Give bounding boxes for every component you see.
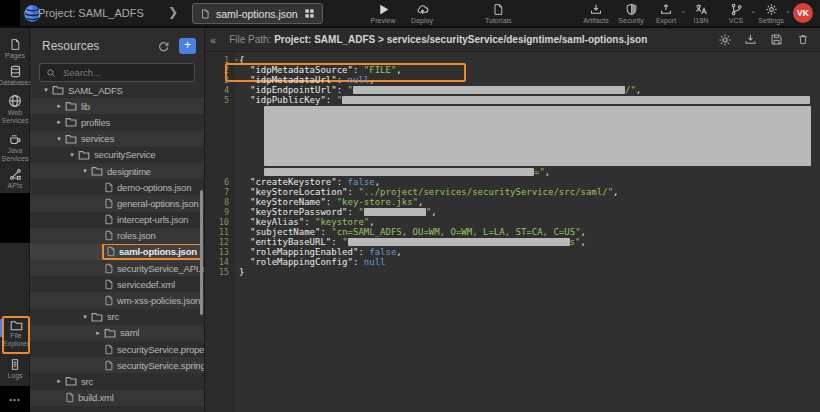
code-line-2[interactable]: 2"idpMetadataSource": "FILE", [205,65,820,75]
search-input[interactable] [61,66,188,79]
sidebar-item-databases[interactable]: Databases [0,65,30,87]
chevron-down-icon[interactable]: ▾ [79,313,91,321]
chevron-right-icon[interactable]: ▸ [53,102,65,110]
code-line-12[interactable]: 12"entityBaseURL": "s", [205,237,820,247]
tree-item-securityservice.spring.xml[interactable]: securityService.spring.xml [30,357,205,373]
code-line-11[interactable]: 11"subjectName": "cn=SAML_ADFS, OU=WM, O… [205,227,820,237]
grid-icon[interactable] [304,8,315,19]
chevron-down-icon[interactable]: ⌄ [785,7,791,15]
tree-item-src[interactable]: ▸src [30,373,205,389]
tree-item-lib[interactable]: ▸lib [30,98,205,114]
delete-button[interactable] [795,32,810,47]
sidebar-item-web-services[interactable]: Web Services [0,94,30,126]
file-tab[interactable]: saml-options.json [192,3,323,24]
tree-item-roles.json[interactable]: roles.json [30,228,205,244]
tree-item-label: build.xml [78,392,114,403]
chevron-down-icon[interactable]: ▾ [40,86,52,94]
sidebar-item-apis[interactable]: APIs [0,168,30,190]
code-line-8[interactable]: 8"keyStoreName": "key-store.jks", [205,197,820,207]
file-icon [104,279,113,290]
chevron-down-icon[interactable]: ▾ [53,135,65,143]
code-line-14[interactable]: 14"roleMappingConfig": null [205,257,820,267]
code-text: "keyStoreLocation": "../project/services… [229,187,618,197]
export-button[interactable]: Export⌄ [653,2,679,24]
chevron-right-icon[interactable]: ❯ [168,5,178,19]
tree-item-label: wm-xss-policies.json [117,295,200,306]
tree-item-label: lib [81,101,90,112]
file-icon [104,263,113,274]
tree-item-designtime[interactable]: ▾designtime [30,163,205,179]
folder-icon [65,376,77,386]
tree-item-saml-adfs[interactable]: ▾SAML_ADFS [30,82,205,98]
chevron-right-icon[interactable]: ▸ [53,118,65,126]
line-number: 1▾ [205,55,229,65]
tutorials-button[interactable]: Tutorials [485,2,512,24]
chevron-down-icon[interactable]: ⌄ [750,7,756,15]
tree-item-intercept-urls.json[interactable]: intercept-urls.json [30,212,205,228]
code-line-5[interactable]: 5"idpPublicKey": " [205,95,820,105]
code-line-10[interactable]: 10"keyAlias": "keystore", [205,217,820,227]
chevron-down-icon[interactable]: ▾ [79,167,91,175]
tree-item-build.xml[interactable]: build.xml [30,390,205,406]
preview-button[interactable]: Preview [370,2,396,24]
chevron-down-icon[interactable]: ⌄ [680,7,686,15]
code-line-3[interactable]: 3"idpMetadataUrl": null, [205,75,820,85]
sidebar-item-java-services[interactable]: Java Services [0,133,30,164]
tree-item-saml[interactable]: ▸saml [30,325,205,341]
save-button[interactable] [769,32,784,47]
tree-item-servicedef.xml[interactable]: servicedef.xml [30,276,205,292]
security-button[interactable]: Security [618,2,644,24]
tree-item-label: src [81,376,93,387]
code-line-wrap[interactable]: =", [205,167,820,177]
tree-item-demo-options.json[interactable]: demo-options.json [30,179,205,195]
tree-item-src[interactable]: ▾src [30,309,205,325]
code-line-6[interactable]: 6"createKeystore": false, [205,177,820,187]
overflow-dots-icon[interactable]: ••• [9,395,20,404]
chevron-right-icon[interactable]: ▸ [92,329,104,337]
code-line-wrap[interactable] [205,105,820,167]
code-line-4[interactable]: 4"idpEndpointUrl": "/", [205,85,820,95]
sidebar-item-file-explorer[interactable]: File Explorer [2,316,30,354]
sidebar-item-logs[interactable]: Logs [0,358,30,380]
collapse-panel-icon[interactable]: « [210,34,216,46]
tree-item-profiles[interactable]: ▸profiles [30,114,205,130]
tree-item-securityservice-api.json[interactable]: securityService_API.json [30,260,205,276]
sidebar-item-pages[interactable]: Pages [0,38,30,60]
file-icon [200,8,210,20]
tree-item-securityservice.properties[interactable]: securityService.properties [30,341,205,357]
vcs-button[interactable]: VCS⌄ [723,2,749,24]
add-button[interactable]: + [179,38,196,54]
code-line-9[interactable]: 9"keyStorePassword": "", [205,207,820,217]
tree-item-securityservice[interactable]: ▾securityService [30,147,205,163]
app-root: Project: SAML_ADFS ❯ saml-options.json P… [0,0,820,412]
deploy-button[interactable]: Deploy [409,2,435,24]
tree-item-services[interactable]: ▾services [30,131,205,147]
refresh-button[interactable] [155,38,171,54]
cloud-upload-icon [415,2,430,16]
settings-button[interactable] [717,32,732,47]
file-icon [104,182,113,193]
settings-button[interactable]: Settings⌄ [758,2,784,24]
resources-panel: Resources + ▾SAML_ADFS▸lib▸profiles▾serv… [30,28,205,412]
chevron-right-icon[interactable]: ▸ [53,377,65,385]
code-text: "idpMetadataUrl": null, [229,75,375,85]
tree-item-wm-xss-policies.json[interactable]: wm-xss-policies.json [30,292,205,308]
code-line-7[interactable]: 7"keyStoreLocation": "../project/service… [205,187,820,197]
tree-item-general-options.json[interactable]: general-options.json [30,195,205,211]
tree-item-label: securityService_API.json [117,263,205,274]
code-editor[interactable]: 1▾{2"idpMetadataSource": "FILE",3"idpMet… [205,52,820,412]
chevron-down-icon[interactable]: ▾ [66,151,78,159]
artifacts-button[interactable]: Artifacts [583,2,609,24]
code-line-1[interactable]: 1▾{ [205,55,820,65]
code-line-13[interactable]: 13"roleMappingEnabled": false, [205,247,820,257]
line-number: 8 [205,197,229,207]
download-button[interactable] [743,32,758,47]
user-avatar[interactable]: VK [793,3,813,23]
panel-scrollbar[interactable] [200,190,203,315]
code-line-15[interactable]: 15} [205,267,820,277]
button-label: Export [656,17,676,24]
i18n-button[interactable]: I18N [688,2,714,24]
search-box[interactable] [39,63,195,82]
tree-item-saml-options.json[interactable]: saml-options.json [30,244,205,260]
button-label: Preview [371,17,396,24]
